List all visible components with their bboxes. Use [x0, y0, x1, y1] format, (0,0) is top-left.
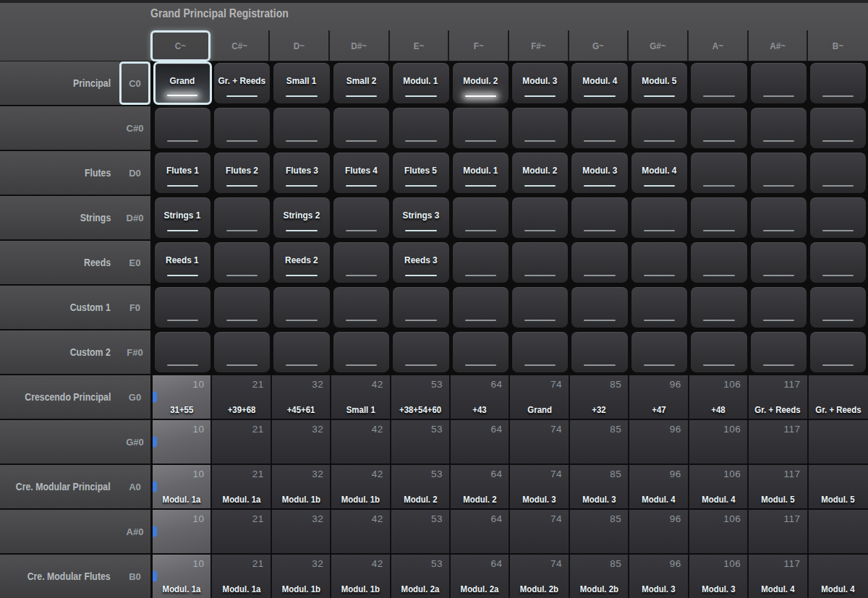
registration-cell[interactable]: Small 2 [333, 63, 389, 103]
note-cell-C0[interactable]: C0 [119, 61, 150, 105]
crescendo-cell[interactable]: 85Modul. 3 [570, 465, 629, 508]
crescendo-cell[interactable]: 106Modul. 4 [689, 465, 749, 508]
crescendo-cell[interactable]: 32+45+61 [272, 375, 331, 419]
registration-cell[interactable] [751, 63, 807, 103]
column-header-2[interactable]: C#~ [210, 30, 271, 61]
crescendo-cell[interactable]: 32Modul. 1b [272, 555, 331, 598]
registration-cell[interactable]: Modul. 1 [393, 63, 448, 103]
registration-cell[interactable] [571, 242, 627, 283]
note-cell-G#0[interactable]: G#0 [119, 420, 150, 464]
registration-cell[interactable] [631, 197, 687, 238]
crescendo-cell[interactable]: 42Small 1 [331, 375, 391, 419]
registration-cell[interactable] [453, 287, 509, 328]
crescendo-cell[interactable]: 53Modul. 2 [391, 465, 451, 508]
registration-cell[interactable] [571, 108, 627, 148]
crescendo-cell[interactable]: 21Modul. 1a [212, 555, 271, 598]
registration-cell[interactable] [393, 108, 448, 148]
registration-cell[interactable]: Modul. 4 [631, 153, 687, 193]
registration-cell[interactable]: Grand [153, 61, 212, 105]
note-cell-F#0[interactable]: F#0 [119, 330, 150, 374]
crescendo-cell[interactable]: 21Modul. 1a [212, 465, 271, 508]
column-header-4[interactable]: D#~ [330, 30, 390, 61]
column-header-3[interactable]: D~ [270, 30, 330, 61]
registration-cell[interactable] [453, 332, 509, 372]
crescendo-cell[interactable]: 32 [272, 510, 331, 553]
registration-cell[interactable]: Reeds 1 [155, 242, 210, 283]
registration-cell[interactable] [751, 332, 807, 372]
registration-cell[interactable] [273, 332, 329, 372]
registration-cell[interactable] [631, 332, 687, 372]
crescendo-cell[interactable]: 53Modul. 2a [391, 555, 451, 598]
crescendo-cell[interactable]: 85 [570, 510, 629, 553]
crescendo-cell[interactable]: 117Modul. 4 [749, 555, 808, 598]
crescendo-cell[interactable]: 96Modul. 4 [629, 465, 689, 508]
note-cell-B0[interactable]: B0 [119, 555, 150, 598]
registration-cell[interactable] [512, 332, 568, 372]
registration-cell[interactable]: Strings 3 [393, 197, 448, 238]
crescendo-cell[interactable]: 117 [749, 510, 808, 553]
crescendo-cell[interactable]: 117Gr. + Reeds [749, 375, 808, 419]
registration-cell[interactable]: Modul. 4 [571, 63, 627, 103]
crescendo-cell[interactable]: 96+47 [629, 375, 689, 419]
registration-cell[interactable] [214, 332, 270, 372]
crescendo-cell[interactable]: 74Grand [510, 375, 569, 419]
registration-cell[interactable] [155, 287, 210, 328]
crescendo-cell[interactable]: 64 [451, 420, 510, 464]
crescendo-cell[interactable]: 64Modul. 2a [451, 555, 510, 598]
registration-cell[interactable] [273, 287, 329, 328]
registration-cell[interactable]: Modul. 3 [571, 153, 627, 193]
registration-cell[interactable] [155, 332, 210, 372]
column-header-12[interactable]: B~ [808, 30, 868, 61]
registration-cell[interactable] [512, 108, 568, 148]
registration-cell[interactable]: Modul. 3 [512, 63, 568, 103]
crescendo-cell[interactable]: 106Modul. 3 [689, 555, 749, 598]
registration-cell[interactable]: Reeds 2 [273, 242, 329, 283]
crescendo-cell[interactable]: 21 [212, 420, 271, 464]
note-cell-G0[interactable]: G0 [119, 375, 150, 419]
registration-cell[interactable] [155, 108, 210, 148]
registration-cell[interactable] [691, 153, 746, 193]
note-cell-F0[interactable]: F0 [119, 286, 150, 329]
crescendo-cell[interactable]: 64+43 [451, 375, 510, 419]
crescendo-cell[interactable]: 74 [510, 510, 569, 553]
crescendo-cell[interactable]: 10Modul. 1a [153, 555, 212, 598]
registration-cell[interactable] [453, 197, 509, 238]
registration-cell[interactable]: Flutes 4 [333, 153, 389, 193]
registration-cell[interactable] [691, 242, 746, 283]
crescendo-cell[interactable]: 42Modul. 1b [331, 465, 391, 508]
crescendo-cell[interactable]: 96Modul. 3 [629, 555, 689, 598]
crescendo-cell[interactable]: 64Modul. 2 [451, 465, 510, 508]
registration-cell[interactable] [691, 332, 746, 372]
crescendo-cell[interactable]: 64 [451, 510, 510, 553]
crescendo-cell[interactable]: 106 [689, 510, 749, 553]
registration-cell[interactable]: Modul. 1 [453, 153, 509, 193]
column-header-9[interactable]: G#~ [629, 30, 689, 61]
column-header-11[interactable]: A#~ [749, 30, 809, 61]
registration-cell[interactable]: Flutes 1 [155, 153, 210, 193]
registration-cell[interactable] [751, 108, 807, 148]
crescendo-cell[interactable] [809, 420, 868, 464]
crescendo-cell[interactable]: 85+32 [570, 375, 629, 419]
crescendo-cell[interactable]: 10Modul. 1a [153, 465, 212, 508]
crescendo-cell[interactable]: 96 [629, 510, 689, 553]
crescendo-cell[interactable]: 42 [331, 420, 391, 464]
column-header-5[interactable]: E~ [390, 30, 450, 61]
crescendo-cell[interactable]: 21+39+68 [212, 375, 271, 419]
crescendo-cell[interactable]: Modul. 5 [809, 465, 868, 508]
note-cell-C#0[interactable]: C#0 [119, 106, 150, 150]
registration-cell[interactable] [571, 287, 627, 328]
column-header-10[interactable]: A~ [689, 30, 749, 61]
registration-cell[interactable] [512, 197, 568, 238]
registration-cell[interactable] [453, 108, 509, 148]
crescendo-cell[interactable]: 74Modul. 2b [510, 555, 569, 598]
crescendo-cell[interactable]: 32 [272, 420, 331, 464]
note-cell-D0[interactable]: D0 [119, 151, 150, 195]
registration-cell[interactable]: Small 1 [273, 63, 329, 103]
note-cell-A#0[interactable]: A#0 [119, 510, 150, 553]
crescendo-cell[interactable]: 85 [570, 420, 629, 464]
registration-cell[interactable]: Gr. + Reeds [214, 63, 270, 103]
registration-cell[interactable]: Flutes 3 [273, 153, 329, 193]
registration-cell[interactable] [393, 287, 448, 328]
registration-cell[interactable] [571, 197, 627, 238]
column-header-7[interactable]: F#~ [509, 30, 569, 61]
